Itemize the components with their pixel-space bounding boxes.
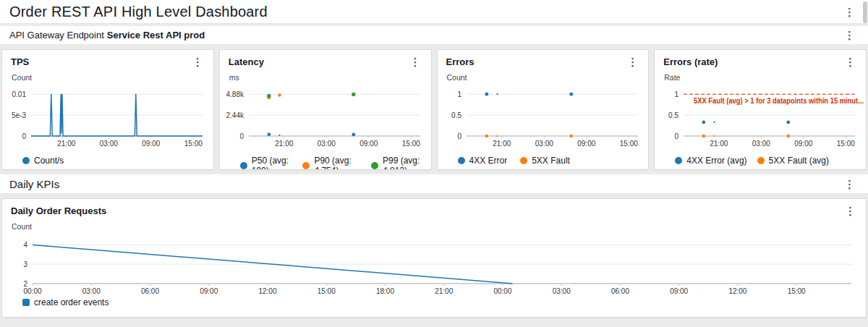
- tps-widget: TPS ⋮ Count 0.015e-3021:0003:0009:0015:0…: [1, 49, 214, 170]
- y-tick-label: 1: [457, 90, 461, 98]
- errors-rate-chart: 10.5021:0003:0009:0015:005XX Fault (avg)…: [656, 82, 865, 154]
- x-tick-label: 09:00: [670, 287, 688, 295]
- legend-item[interactable]: 5XX Fault (avg): [757, 156, 829, 166]
- legend-label: 5XX Fault: [532, 156, 570, 166]
- x-tick-label: 21:00: [493, 140, 511, 148]
- legend-item[interactable]: P50 (avg: 190): [240, 156, 294, 170]
- widget-header: Errors (rate) ⋮: [655, 50, 866, 68]
- series-point: [787, 121, 791, 124]
- x-tick-label: 15:00: [318, 287, 336, 295]
- latency-chart: 4.88k2.44k021:0003:0009:0015:00: [221, 82, 430, 154]
- y-tick-label: 0: [22, 132, 26, 140]
- y-tick-label: 0.01: [12, 90, 27, 98]
- errors-rate-widget: Errors (rate) ⋮ Rate 10.5021:0003:0009:0…: [654, 49, 867, 170]
- x-tick-label: 06:00: [141, 287, 159, 295]
- x-tick-label: 03:00: [535, 140, 553, 148]
- x-tick-label: 21:00: [710, 140, 728, 148]
- series-point: [352, 133, 355, 137]
- y-axis-unit-label: Count: [12, 73, 213, 82]
- x-tick-label: 00:00: [23, 287, 41, 295]
- legend-item[interactable]: P99 (avg: 4,812): [371, 156, 431, 170]
- x-tick-label: 09:00: [795, 140, 813, 148]
- widget-title: Errors: [446, 56, 475, 67]
- widgets-row: TPS ⋮ Count 0.015e-3021:0003:0009:0015:0…: [0, 45, 868, 174]
- legend-label: P90 (avg: 4,754): [314, 156, 362, 170]
- y-tick-label: 0: [457, 132, 461, 140]
- legend-label: 4XX Error: [469, 156, 508, 166]
- x-tick-label: 12:00: [258, 287, 276, 295]
- legend-label: P99 (avg: 4,812): [383, 156, 431, 170]
- x-tick-label: 15:00: [788, 287, 806, 295]
- chart-legend: 4XX Error (avg) 5XX Fault (avg): [655, 156, 866, 166]
- widget-header: Daily Order Requests ⋮: [2, 199, 866, 217]
- section-service-name: Service Rest API prod: [107, 30, 205, 41]
- widget-title: Errors (rate): [663, 56, 718, 67]
- widget-kebab-menu-icon[interactable]: ⋮: [624, 56, 641, 68]
- scrollbar-thumb[interactable]: [863, 1, 867, 23]
- series-point: [569, 135, 572, 137]
- dashboard-title: Order REST API High Level Dashboard: [9, 4, 268, 20]
- y-tick-label: 0.5: [451, 111, 461, 119]
- series-point: [267, 132, 271, 136]
- widget-kebab-menu-icon[interactable]: ⋮: [842, 56, 859, 68]
- y-tick-label: 1: [675, 90, 679, 98]
- legend-label: 4XX Error (avg): [686, 156, 746, 166]
- api-gateway-section-header: API Gateway Endpoint Service Rest API pr…: [0, 26, 868, 45]
- x-tick-label: 21:00: [275, 140, 293, 148]
- widget-kebab-menu-icon[interactable]: ⋮: [190, 56, 206, 68]
- dashboard-header: Order REST API High Level Dashboard ⋮: [0, 0, 868, 24]
- x-tick-label: 09:00: [142, 140, 160, 148]
- x-tick-label: 03:00: [82, 287, 101, 295]
- legend-item[interactable]: 5XX Fault: [520, 156, 570, 166]
- daily-order-requests-chart: 43200:0003:0006:0009:0012:0015:0018:0021…: [4, 231, 859, 296]
- legend-item[interactable]: 4XX Error: [458, 156, 508, 166]
- series-point: [485, 135, 488, 137]
- section-kebab-menu-icon[interactable]: ⋮: [841, 178, 858, 190]
- y-tick-label: 2.44k: [226, 111, 244, 119]
- legend-item[interactable]: 4XX Error (avg): [675, 156, 746, 166]
- legend-marker-icon: [302, 162, 310, 169]
- x-tick-label: 21:00: [435, 287, 453, 295]
- legend-item[interactable]: Count/s: [22, 156, 64, 166]
- legend-marker-icon: [458, 157, 465, 164]
- widget-kebab-menu-icon[interactable]: ⋮: [407, 56, 424, 68]
- legend-marker-icon: [22, 157, 30, 164]
- errors-widget: Errors ⋮ Count 10.5021:0003:0009:0015:00…: [437, 49, 650, 170]
- section-title: Daily KPIs: [9, 178, 59, 190]
- legend-item[interactable]: create order events: [22, 297, 109, 307]
- series-point: [702, 121, 706, 124]
- x-tick-label: 21:00: [57, 140, 75, 148]
- tps-chart: 0.015e-3021:0003:0009:0015:00: [4, 82, 213, 154]
- x-tick-label: 00:00: [493, 287, 511, 295]
- x-tick-label: 15:00: [619, 140, 637, 148]
- cloudwatch-dashboard-page: Order REST API High Level Dashboard ⋮ AP…: [0, 0, 868, 322]
- legend-item[interactable]: P90 (avg: 4,754): [302, 156, 362, 170]
- section-kebab-menu-icon[interactable]: ⋮: [841, 29, 858, 41]
- legend-marker-icon: [675, 157, 682, 164]
- y-axis-unit-label: Count: [447, 73, 649, 82]
- section-label: API Gateway Endpoint: [9, 30, 104, 41]
- widget-title: TPS: [11, 56, 29, 67]
- chart-legend: create order events: [2, 297, 866, 307]
- chart-legend: P50 (avg: 190) P90 (avg: 4,754) P99 (avg…: [220, 156, 431, 170]
- x-tick-label: 18:00: [376, 287, 394, 295]
- widget-kebab-menu-icon[interactable]: ⋮: [842, 205, 859, 217]
- legend-label: create order events: [34, 297, 109, 307]
- series-point: [787, 135, 790, 137]
- widget-title: Latency: [229, 56, 264, 67]
- y-tick-label: 0.5: [668, 111, 678, 119]
- legend-label: 5XX Fault (avg): [769, 156, 829, 166]
- widget-header: TPS ⋮: [2, 50, 213, 68]
- y-tick-label: 4.88k: [226, 90, 244, 98]
- dashboard-kebab-menu-icon[interactable]: ⋮: [841, 6, 858, 18]
- series-point: [496, 135, 498, 137]
- x-tick-label: 03:00: [318, 140, 336, 148]
- series-point: [267, 94, 271, 98]
- series-point: [714, 122, 715, 123]
- series-point: [569, 93, 573, 96]
- series-point: [278, 135, 280, 136]
- legend-marker-icon: [520, 157, 527, 164]
- x-tick-label: 03:00: [100, 140, 118, 148]
- y-axis-unit-label: ms: [229, 73, 431, 82]
- daily-kpis-section-header: Daily KPIs ⋮: [0, 174, 868, 194]
